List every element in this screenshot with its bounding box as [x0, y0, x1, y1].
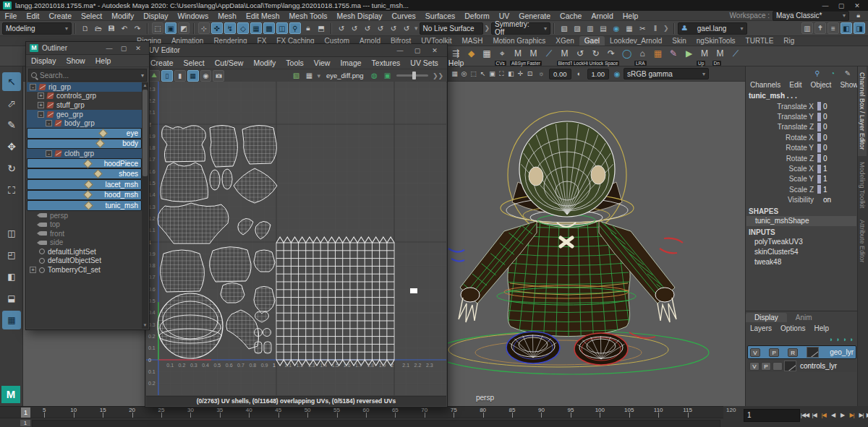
play-forwards-button[interactable]: ▶	[838, 409, 847, 420]
prev-key-button[interactable]: |◀	[819, 409, 828, 420]
shelf-button-icon-6[interactable]: ⟋	[542, 47, 556, 66]
highlight-selection-icon[interactable]: ⬒	[315, 22, 327, 34]
construction-history-icon-1[interactable]: ↺	[349, 22, 360, 34]
shelf-button-cvs[interactable]: ⌖CVs	[495, 47, 510, 66]
menu-mesh[interactable]: Mesh	[213, 12, 242, 20]
rotate-tool-icon[interactable]: ↻	[2, 159, 21, 178]
uv-canvas[interactable]: 2.32.22.121.91.81.71.61.51.41.31.21.110.…	[146, 82, 446, 395]
scrollbar-thumb[interactable]	[142, 90, 148, 176]
menu-select[interactable]: Select	[77, 12, 107, 20]
channel-value[interactable]: 0	[821, 144, 827, 152]
save-scene-icon[interactable]: 💾︎	[106, 22, 117, 34]
channel-row[interactable]: Translate Z0	[746, 122, 857, 132]
cb-menu-object[interactable]: Object	[807, 81, 836, 89]
uv-menu-create[interactable]: Create	[145, 59, 179, 67]
uv-menu-cut-sew[interactable]: Cut/Sew	[210, 59, 249, 67]
scroll-down-icon[interactable]: ▼	[142, 322, 148, 329]
pause-viewport-icon[interactable]: ‖	[650, 22, 661, 34]
menu-edit-mesh[interactable]: Edit Mesh	[241, 12, 284, 20]
channel-row[interactable]: Rotate Z0	[746, 153, 857, 163]
menu-curves[interactable]: Curves	[387, 12, 420, 20]
outliner-item-controls_grp[interactable]: +controls_grp	[27, 92, 142, 101]
uv-dim-image-icon[interactable]: ◉	[200, 70, 212, 82]
lasso-tool-icon[interactable]: ⬀	[2, 94, 21, 113]
uv-slider-knob[interactable]	[412, 72, 416, 79]
uv-menu-tools[interactable]: Tools	[281, 59, 309, 67]
uv-texture-name[interactable]: eye_diff.png	[326, 72, 364, 79]
input-node-row[interactable]: skinCluster54	[746, 247, 857, 257]
render-view-icon[interactable]: ▦	[624, 22, 635, 34]
shelf-tab-lookdev_arnold[interactable]: Lookdev_Arnold	[605, 36, 667, 46]
menu-arnold[interactable]: Arnold	[587, 12, 618, 20]
layer-playback-toggle[interactable]: P	[769, 348, 779, 357]
menu-create[interactable]: Create	[44, 12, 77, 20]
menu-deform[interactable]: Deform	[460, 12, 494, 20]
outliner-menu-help[interactable]: Help	[90, 56, 116, 65]
outliner-close-icon[interactable]: ✕	[131, 45, 145, 52]
layer-empty-icon[interactable]: ◗	[829, 336, 833, 343]
paint-effects-icon[interactable]: ✂︎	[637, 22, 648, 34]
group-expand-icon-2[interactable]: ❯	[662, 25, 671, 32]
current-frame-marker[interactable]: 1	[21, 407, 30, 418]
channel-row[interactable]: Rotate X0	[746, 132, 857, 142]
layer-stack-icon[interactable]: ◗	[850, 336, 854, 343]
channel-row[interactable]: Visibilityon	[746, 195, 857, 205]
go-to-start-button[interactable]: |◀◀	[800, 409, 809, 420]
layer-visible-toggle[interactable]: V	[749, 362, 760, 371]
construction-history-icon-4[interactable]: ↺	[388, 22, 399, 34]
menu-display[interactable]: Display	[139, 12, 173, 20]
construction-history-icon-2[interactable]: ↺	[362, 22, 373, 34]
channel-row[interactable]: Rotate Y0	[746, 143, 857, 153]
range-slider[interactable]: 1	[0, 418, 723, 427]
range-track[interactable]	[32, 420, 720, 427]
channel-value[interactable]: 0	[821, 155, 827, 163]
outliner-item-front[interactable]: front	[27, 229, 142, 238]
menu-file[interactable]: File	[0, 12, 22, 20]
menu-edit[interactable]: Edit	[22, 12, 44, 20]
uv-checker-icon[interactable]: ▦	[304, 70, 315, 82]
menu-uv[interactable]: UV	[494, 12, 514, 20]
uv-menu-image[interactable]: Image	[335, 59, 366, 67]
outliner-item-persp[interactable]: persp	[27, 211, 142, 220]
outliner-titlebar[interactable]: M Outliner — ▢ ✕	[26, 42, 149, 55]
layout-four-pane-icon[interactable]: ◰	[2, 246, 21, 264]
uv-close-icon[interactable]: ✕	[426, 47, 443, 54]
shelf-tab-ngskintools[interactable]: ngSkinTools	[692, 36, 741, 46]
expander-icon[interactable]: +	[38, 102, 44, 108]
shape-name-row[interactable]: tunic_mshShape	[746, 216, 856, 226]
scroll-up-icon[interactable]: ▲	[142, 82, 148, 89]
move-tool-icon[interactable]: ✥	[2, 137, 21, 156]
outliner-item-top[interactable]: top	[27, 220, 142, 229]
cb-edit-icon[interactable]: ✎	[842, 67, 854, 79]
uv-snapshot-icon[interactable]: 📷︎	[213, 70, 224, 82]
shelf-button-lra[interactable]: ⌂LRA	[635, 47, 650, 66]
make-live-icon[interactable]: ▩	[263, 22, 275, 34]
shelf-tab-xgen[interactable]: XGen	[550, 36, 579, 46]
shelf-button-icon-15[interactable]: ▶	[682, 47, 697, 66]
symmetry-selector[interactable]: Symmetry: Off▾	[491, 22, 550, 35]
toggle-character-controls-icon[interactable]: 🕈︎	[814, 22, 826, 34]
expander-icon[interactable]: -	[38, 111, 44, 118]
uv-brightness-slider[interactable]	[396, 74, 428, 77]
open-scene-icon[interactable]: 🗁︎	[93, 22, 104, 34]
outliner-maximize-icon[interactable]: ▢	[116, 45, 131, 52]
user-account-dropdown[interactable]: 👤︎gael.lang▾	[678, 22, 747, 35]
layer-mode-toggle[interactable]: R	[788, 348, 798, 357]
menu-help[interactable]: Help	[618, 12, 643, 20]
outliner-item-hood_msh[interactable]: hood_msh	[27, 190, 142, 201]
shelf-button-icon-14[interactable]: ✎	[666, 47, 681, 66]
expander-icon[interactable]: +	[38, 92, 44, 99]
shelf-tab-rig[interactable]: Rig	[778, 36, 799, 46]
shelf-tab-mash[interactable]: MASH	[457, 36, 488, 46]
layer-menu-options[interactable]: Options	[776, 324, 809, 332]
shelf-tab-gael[interactable]: Gael	[579, 36, 605, 46]
shelf-button-icon-18[interactable]: ⟋	[728, 47, 743, 66]
input-node-row[interactable]: tweak48	[746, 257, 857, 267]
time-slider[interactable]: 5101520253035404550556065707580859095100…	[0, 406, 723, 418]
uv-editor-titlebar[interactable]: UV Editor — ▢ ✕	[145, 44, 447, 57]
outliner-item-lacet_msh[interactable]: lacet_msh	[27, 179, 142, 190]
uv-pane-arrows-icon[interactable]: ❯❯	[431, 72, 445, 79]
outliner-item-TomberryCtl_set[interactable]: +TomberryCtl_set	[27, 265, 142, 275]
layer-row-controls_lyr[interactable]: VPcontrols_lyr	[747, 360, 856, 372]
play-backwards-button[interactable]: ◀	[828, 409, 838, 420]
